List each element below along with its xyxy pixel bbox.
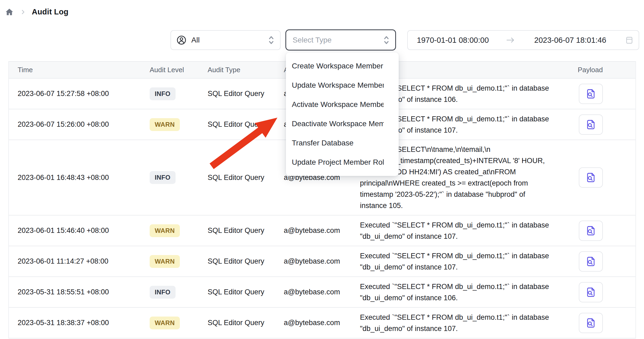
file-search-icon [585, 287, 596, 298]
type-menu-item-label: Activate Workspace Member [292, 95, 384, 114]
header-time: Time [18, 66, 150, 74]
chevron-right-icon [20, 9, 26, 15]
type-menu-item[interactable]: Update Workspace Member [286, 76, 399, 95]
payload-view-button[interactable] [579, 313, 603, 333]
home-icon[interactable] [5, 8, 14, 16]
type-menu-item-label: Transfer Database [292, 133, 384, 153]
audit-level-badge: WARN [150, 118, 180, 131]
chevron-up-down-icon [383, 36, 390, 45]
audit-actor-cell: a@bytebase.com [284, 226, 360, 235]
audit-type-cell: SQL Editor Query [208, 319, 284, 327]
audit-type-cell: SQL Editor Query [208, 90, 284, 98]
file-search-icon [585, 256, 596, 267]
calendar-icon [626, 36, 633, 44]
audit-time-cell: 2023-05-31 18:38:37 +08:00 [18, 319, 150, 327]
audit-level-cell: INFO [150, 171, 208, 184]
audit-type-cell: SQL Editor Query [208, 257, 284, 265]
audit-level-badge: WARN [150, 224, 180, 237]
payload-view-button[interactable] [579, 167, 603, 188]
audit-level-cell: INFO [150, 87, 208, 100]
audit-time-cell: 2023-05-31 18:55:51 +08:00 [18, 288, 150, 296]
payload-view-button[interactable] [579, 282, 603, 302]
actor-filter-value: All [191, 36, 268, 44]
audit-type-cell: SQL Editor Query [208, 288, 284, 296]
table-row: 2023-05-31 18:55:51 +08:00 INFO SQL Edit… [9, 277, 635, 308]
file-search-icon [585, 172, 596, 183]
file-search-icon [585, 225, 596, 236]
audit-log-page: Audit Log All Select Type 1970-01-01 08:… [0, 0, 644, 339]
audit-time-cell: 2023-06-01 15:46:40 +08:00 [18, 226, 150, 235]
audit-level-cell: WARN [150, 255, 208, 268]
audit-type-cell: SQL Editor Query [208, 174, 284, 182]
payload-view-button[interactable] [579, 114, 603, 135]
audit-level-badge: WARN [150, 317, 180, 329]
audit-actor-cell: a@bytebase.com [284, 319, 360, 327]
audit-type-cell: SQL Editor Query [208, 120, 284, 129]
table-row: 2023-05-31 18:38:37 +08:00 WARN SQL Edit… [9, 308, 635, 338]
payload-cell [572, 167, 637, 188]
actor-filter-select[interactable]: All [170, 30, 281, 50]
payload-cell [572, 221, 637, 241]
type-filter-select[interactable]: Select Type [285, 29, 396, 51]
audit-comment-cell: Executed `"SELECT * FROM db_ui_demo.t1;"… [360, 277, 572, 307]
chevron-up-down-icon [268, 36, 275, 45]
header-type: Audit Type [208, 66, 284, 74]
audit-time-cell: 2023-06-01 11:14:27 +08:00 [18, 257, 150, 265]
type-menu-item[interactable]: Activate Workspace Member [286, 95, 399, 114]
audit-time-cell: 2023-06-07 15:26:00 +08:00 [18, 120, 150, 129]
type-menu-item-label: Update Project Member Role [292, 153, 384, 172]
header-payload: Payload [572, 66, 637, 74]
audit-comment-cell: Executed `"SELECT * FROM db_ui_demo.t1;"… [360, 216, 572, 246]
audit-actor-cell: a@bytebase.com [284, 257, 360, 265]
type-menu-item[interactable]: Deactivate Workspace Member [286, 114, 399, 133]
payload-cell [572, 282, 637, 302]
file-search-icon [585, 88, 596, 99]
audit-time-cell: 2023-06-07 15:27:58 +08:00 [18, 90, 150, 98]
audit-level-badge: INFO [150, 286, 176, 299]
table-row: 2023-06-01 11:14:27 +08:00 WARN SQL Edit… [9, 246, 635, 277]
payload-cell [572, 84, 637, 104]
type-filter-placeholder: Select Type [293, 36, 383, 44]
type-select-menu: Create Workspace MemberUpdate Workspace … [286, 52, 399, 176]
type-menu-item-label: Deactivate Workspace Member [292, 114, 384, 133]
audit-actor-cell: a@bytebase.com [284, 288, 360, 296]
payload-cell [572, 251, 637, 272]
file-search-icon [585, 317, 596, 329]
audit-comment-cell: Executed `"SELECT * FROM db_ui_demo.t1;"… [360, 308, 572, 338]
audit-level-badge: INFO [150, 87, 176, 100]
payload-view-button[interactable] [579, 221, 603, 241]
audit-level-cell: WARN [150, 224, 208, 237]
type-menu-item[interactable]: Create Workspace Member [286, 56, 399, 76]
audit-comment-cell: Executed `"SELECT * FROM db_ui_demo.t1;"… [360, 246, 572, 276]
audit-level-cell: INFO [150, 286, 208, 299]
date-range-picker[interactable]: 1970-01-01 08:00:00 2023-06-07 18:01:46 [407, 30, 639, 50]
type-menu-item-label: Update Workspace Member [292, 76, 384, 95]
user-circle-icon [176, 35, 187, 45]
payload-view-button[interactable] [579, 84, 603, 104]
audit-level-badge: INFO [150, 171, 176, 184]
audit-level-cell: WARN [150, 317, 208, 329]
type-menu-item-label: Create Workspace Member [292, 56, 384, 76]
payload-cell [572, 313, 637, 333]
page-title: Audit Log [32, 7, 68, 16]
payload-cell [572, 114, 637, 135]
breadcrumb: Audit Log [5, 7, 68, 16]
audit-level-cell: WARN [150, 118, 208, 131]
type-menu-item[interactable]: Transfer Database [286, 133, 399, 153]
audit-type-cell: SQL Editor Query [208, 226, 284, 235]
payload-view-button[interactable] [579, 251, 603, 272]
arrow-right-icon [506, 37, 515, 43]
header-level: Audit Level [150, 66, 208, 74]
table-row: 2023-06-01 15:46:40 +08:00 WARN SQL Edit… [9, 215, 635, 246]
date-range-end[interactable]: 2023-06-07 18:01:46 [534, 36, 626, 45]
type-menu-item[interactable]: Update Project Member Role [286, 153, 399, 172]
audit-level-badge: WARN [150, 255, 180, 268]
file-search-icon [585, 119, 596, 130]
date-range-start[interactable]: 1970-01-01 08:00:00 [417, 36, 489, 45]
audit-time-cell: 2023-06-01 16:48:43 +08:00 [18, 174, 150, 182]
